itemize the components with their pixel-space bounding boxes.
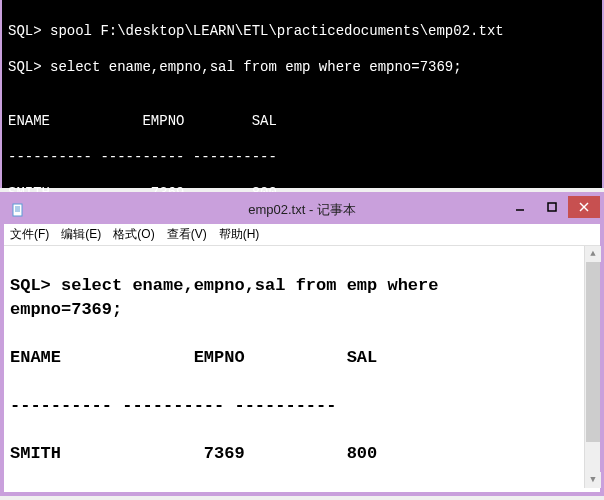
text-line: SMITH 7369 800 bbox=[10, 444, 377, 463]
terminal-line: ENAME EMPNO SAL bbox=[8, 112, 596, 130]
notepad-window: emp02.txt - 记事本 文件(F) 编辑(E) 格式(O) 查看(V) … bbox=[0, 192, 604, 496]
notepad-icon bbox=[10, 202, 26, 218]
menu-help[interactable]: 帮助(H) bbox=[217, 226, 262, 243]
text-line: ---------- ---------- ---------- bbox=[10, 396, 336, 415]
svg-rect-5 bbox=[548, 203, 556, 211]
menu-edit[interactable]: 编辑(E) bbox=[59, 226, 103, 243]
terminal-line: ---------- ---------- ---------- bbox=[8, 148, 596, 166]
menubar: 文件(F) 编辑(E) 格式(O) 查看(V) 帮助(H) bbox=[4, 224, 600, 246]
maximize-button[interactable] bbox=[536, 196, 568, 218]
scroll-thumb[interactable] bbox=[586, 262, 600, 442]
scroll-up-button[interactable]: ▲ bbox=[585, 246, 601, 262]
menu-format[interactable]: 格式(O) bbox=[111, 226, 156, 243]
window-controls bbox=[504, 196, 600, 218]
scroll-down-button[interactable]: ▼ bbox=[585, 472, 601, 488]
terminal-line: SQL> spool F:\desktop\LEARN\ETL\practice… bbox=[8, 22, 596, 40]
minimize-button[interactable] bbox=[504, 196, 536, 218]
close-button[interactable] bbox=[568, 196, 600, 218]
terminal-line: SQL> select ename,empno,sal from emp whe… bbox=[8, 58, 596, 76]
svg-rect-0 bbox=[13, 204, 22, 216]
text-line: ENAME EMPNO SAL bbox=[10, 348, 377, 367]
vertical-scrollbar[interactable]: ▲ ▼ bbox=[584, 246, 600, 488]
text-line: empno=7369; bbox=[10, 300, 122, 319]
window-title: emp02.txt - 记事本 bbox=[248, 201, 356, 219]
sql-terminal[interactable]: SQL> spool F:\desktop\LEARN\ETL\practice… bbox=[0, 0, 604, 188]
titlebar[interactable]: emp02.txt - 记事本 bbox=[4, 196, 600, 224]
text-area[interactable]: SQL> select ename,empno,sal from emp whe… bbox=[4, 246, 600, 492]
menu-file[interactable]: 文件(F) bbox=[8, 226, 51, 243]
text-line: SQL> select ename,empno,sal from emp whe… bbox=[10, 276, 438, 295]
menu-view[interactable]: 查看(V) bbox=[165, 226, 209, 243]
